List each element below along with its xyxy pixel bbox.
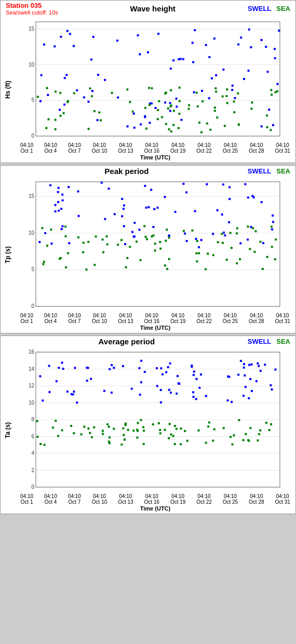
chart2-title: Peak period <box>104 167 149 176</box>
chart3-canvas <box>15 347 285 492</box>
cutoff-info: Sea/swell cutoff: 10s <box>6 9 58 16</box>
chart3-ylabel: Ta (s) <box>1 347 15 514</box>
chart3-xaxis: 04:10Oct 104:10Oct 404:10Oct 704:10Oct 1… <box>15 492 295 514</box>
chart1-canvas <box>15 17 285 141</box>
chart2-canvas <box>15 177 285 312</box>
chart1-legend-sea: SEA <box>276 5 290 12</box>
chart2-xlabel: Time (UTC) <box>15 325 295 331</box>
station-id: Station 035 <box>6 2 58 9</box>
peak-period-chart: Peak period SWELL SEA Tp (s) 04:10Oct 10… <box>0 165 296 333</box>
chart1-xaxis: 04:10Oct 104:10Oct 404:10Oct 704:10Oct 1… <box>15 141 295 163</box>
wave-height-chart: Station 035 Sea/swell cutoff: 10s Wave h… <box>0 0 296 163</box>
chart1-xlabel: Time (UTC) <box>15 154 295 160</box>
chart1-ylabel: Hs (ft) <box>1 17 15 163</box>
chart2-xaxis: 04:10Oct 104:10Oct 404:10Oct 704:10Oct 1… <box>15 312 295 333</box>
chart2-ylabel: Tp (s) <box>1 177 15 333</box>
average-period-chart: Average period SWELL SEA Ta (s) 04:10Oct… <box>0 336 296 514</box>
chart2-legend-sea: SEA <box>276 167 290 175</box>
chart1-title: Wave height <box>130 4 176 13</box>
chart1-legend-swell: SWELL <box>248 5 272 12</box>
chart3-title: Average period <box>99 337 155 346</box>
chart3-legend-sea: SEA <box>276 338 290 345</box>
chart3-legend-swell: SWELL <box>248 338 272 345</box>
station-info: Station 035 Sea/swell cutoff: 10s <box>6 2 58 16</box>
chart2-legend-swell: SWELL <box>248 167 272 175</box>
chart3-xlabel: Time (UTC) <box>15 505 295 512</box>
